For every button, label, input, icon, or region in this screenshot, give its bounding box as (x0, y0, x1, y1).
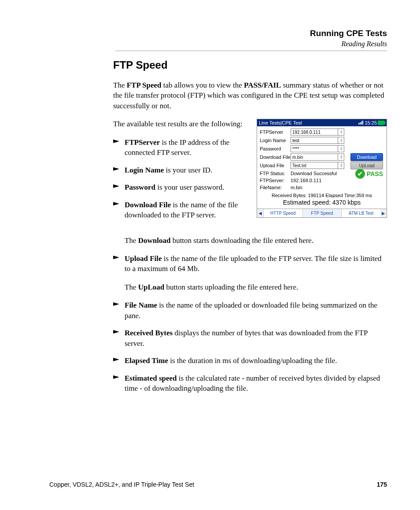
bullet-icon (113, 137, 125, 158)
ftp-status-value: Download Successful (291, 171, 337, 176)
upload-button[interactable]: UpLoad (350, 161, 383, 169)
tab-ftp-speed[interactable]: FTP Speed (302, 209, 342, 217)
bullet-login-name: Login Name is your user ID. (113, 165, 250, 175)
download-file-picker[interactable]: ⁞⁞ (338, 154, 344, 161)
page-number: 175 (377, 481, 387, 488)
bullet-icon (113, 182, 125, 192)
tab-atm-lb-test[interactable]: ATM LB Test (341, 209, 380, 217)
upload-file-picker[interactable]: ⁞⁞ (338, 162, 344, 169)
estimated-speed-line: Estimated speed: 4370 kbps (260, 199, 384, 206)
bullet-icon (113, 253, 125, 274)
pass-indicator: ✔ PASS (355, 169, 383, 179)
battery-icon (378, 121, 385, 125)
ftpserver-input[interactable]: 192.168.0.111 (291, 128, 338, 136)
ftpserver-status-label: FTPServer: (260, 178, 291, 183)
bullet-file-name: File Name is the name of the uploaded or… (113, 300, 387, 321)
bullet-icon (113, 300, 125, 321)
password-input[interactable]: **** (291, 145, 338, 152)
download-sub-para: The Download button starts downloading t… (125, 235, 387, 246)
login-picker[interactable]: ⁞⁞ (338, 137, 344, 144)
device-titlebar: Line Tests|CPE Test 15:25 (257, 119, 387, 126)
tab-scroll-left[interactable]: ◀ (257, 209, 263, 217)
ftpserver-picker[interactable]: ⁞⁞ (338, 128, 344, 136)
signal-icon (358, 120, 364, 125)
svg-rect-1 (360, 122, 361, 125)
bullet-estimated-speed: Estimated speed is the calculated rate -… (113, 373, 387, 394)
checkmark-icon: ✔ (355, 169, 365, 179)
bullet-download-file: Download File is the name of the file do… (113, 200, 250, 220)
section-heading: FTP Speed (113, 59, 387, 71)
device-screenshot: Line Tests|CPE Test 15:25 FTPServer 192.… (257, 119, 387, 218)
ftpserver-label: FTPServer (260, 129, 291, 135)
tab-http-speed[interactable]: HTTP Speed (263, 209, 302, 217)
bullet-icon (113, 165, 125, 175)
header-subtitle: Reading Results (49, 40, 387, 48)
bullet-password: Password is your user password. (113, 182, 250, 192)
bullet-ftpserver: FTPServer is the IP address of the conne… (113, 137, 250, 158)
bullet-icon (113, 373, 125, 394)
footer-text: Copper, VDSL2, ADSL2+, and IP Triple-Pla… (49, 481, 194, 488)
password-picker[interactable]: ⁞⁞ (338, 145, 344, 152)
bullet-upload-file: Upload File is the name of the file uplo… (113, 253, 387, 274)
password-label: Password (260, 146, 291, 151)
login-label: Login Name (260, 138, 291, 143)
intro-para-1: The FTP Speed tab allows you to view the… (113, 80, 387, 111)
device-time: 15:25 (365, 120, 377, 125)
login-input[interactable]: test (291, 137, 338, 144)
svg-rect-2 (361, 121, 362, 125)
upload-file-label: Upload File (260, 163, 291, 168)
header-divider (115, 51, 387, 51)
filename-status-value: m.bin (291, 185, 302, 190)
download-file-input[interactable]: m.bin (291, 154, 338, 161)
tab-scroll-right[interactable]: ▶ (380, 209, 387, 217)
device-breadcrumb: Line Tests|CPE Test (259, 120, 302, 125)
header-title: Running CPE Tests (49, 29, 387, 38)
upload-file-input[interactable]: Text.txt (291, 162, 338, 169)
svg-rect-3 (362, 121, 363, 125)
download-file-label: Download File (260, 154, 291, 160)
ftp-status-label: FTP Status: (260, 171, 291, 176)
download-button[interactable]: Download (350, 153, 383, 161)
received-bytes-line: Received Bytes: 196114 Elapsed Time:359 … (260, 193, 384, 198)
page-footer: Copper, VDSL2, ADSL2+, and IP Triple-Pla… (49, 481, 387, 488)
bullet-icon (113, 328, 125, 349)
upload-sub-para: The UpLoad button starts uploading the f… (125, 282, 387, 292)
bullet-elapsed-time: Elapsed Time is the duration in ms of do… (113, 356, 387, 366)
bullet-icon (113, 200, 125, 220)
pass-text: PASS (367, 170, 383, 177)
svg-rect-0 (358, 123, 359, 125)
bullet-received-bytes: Received Bytes displays the number of by… (113, 328, 387, 349)
bullet-icon (113, 356, 125, 366)
filename-status-label: FileName: (260, 185, 291, 190)
ftpserver-status-value: 192.168.0.111 (291, 178, 321, 183)
